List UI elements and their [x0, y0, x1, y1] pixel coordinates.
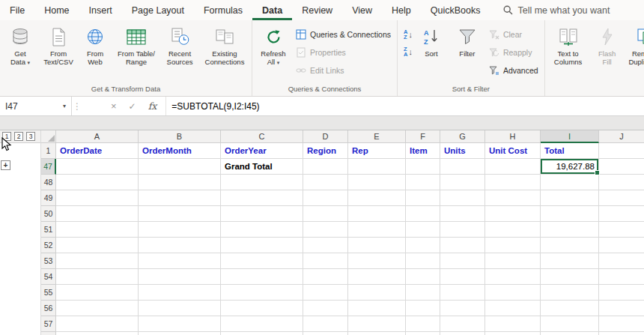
outline-level-3-button[interactable]: 3: [26, 132, 35, 141]
cell-A1[interactable]: OrderDate: [56, 143, 139, 159]
cell-A50[interactable]: [56, 206, 139, 222]
cell-H50[interactable]: [485, 206, 541, 222]
remove-duplicates-button[interactable]: Remove Duplicates: [625, 22, 644, 83]
cell-E53[interactable]: [348, 253, 406, 269]
cell-J47[interactable]: [599, 159, 644, 175]
cell-C57[interactable]: [221, 316, 303, 332]
row-header-57[interactable]: 57: [41, 316, 56, 332]
name-box-caret-icon[interactable]: ▾: [63, 103, 66, 109]
cell-D48[interactable]: [303, 175, 348, 190]
select-all-corner[interactable]: [41, 130, 56, 143]
cell-F54[interactable]: [406, 269, 440, 285]
cell-B48[interactable]: [139, 175, 221, 190]
cell-H1[interactable]: Unit Cost: [485, 143, 541, 159]
cell-G50[interactable]: [440, 206, 485, 222]
name-box[interactable]: I47 ▾: [0, 97, 72, 115]
cell-C50[interactable]: [221, 206, 303, 222]
cell-I48[interactable]: [541, 175, 599, 190]
insert-function-icon[interactable]: fx: [148, 100, 157, 112]
cell-H48[interactable]: [485, 175, 541, 190]
sort-descending-button[interactable]: ZA ↓: [404, 46, 413, 57]
cell-J52[interactable]: [599, 238, 644, 253]
cell-G58[interactable]: [440, 332, 485, 335]
cell-B1[interactable]: OrderMonth: [139, 143, 221, 159]
cell-A47[interactable]: [56, 159, 139, 175]
cell-B57[interactable]: [139, 316, 221, 332]
cell-E54[interactable]: [348, 269, 406, 285]
column-header-G[interactable]: G: [440, 130, 485, 143]
cell-I57[interactable]: [541, 316, 599, 332]
cell-J58[interactable]: [599, 332, 644, 335]
cell-D55[interactable]: [303, 285, 348, 301]
tab-insert[interactable]: Insert: [79, 0, 122, 20]
cell-D50[interactable]: [303, 206, 348, 222]
cell-G53[interactable]: [440, 253, 485, 269]
cell-B55[interactable]: [139, 285, 221, 301]
cell-F49[interactable]: [406, 190, 440, 206]
row-header-49[interactable]: 49: [41, 190, 56, 206]
get-data-button[interactable]: Get Data ▾: [1, 22, 39, 83]
cell-E50[interactable]: [348, 206, 406, 222]
cell-I49[interactable]: [541, 190, 599, 206]
cell-C49[interactable]: [221, 190, 303, 206]
row-header-52[interactable]: 52: [41, 238, 56, 253]
cell-E58[interactable]: [348, 332, 406, 335]
cell-D1[interactable]: Region: [303, 143, 348, 159]
cell-C53[interactable]: [221, 253, 303, 269]
cell-G49[interactable]: [440, 190, 485, 206]
cell-J55[interactable]: [599, 285, 644, 301]
cell-C54[interactable]: [221, 269, 303, 285]
cell-J53[interactable]: [599, 253, 644, 269]
clear-filter-button[interactable]: Clear: [489, 27, 538, 43]
cell-J56[interactable]: [599, 301, 644, 316]
column-header-D[interactable]: D: [303, 130, 348, 143]
existing-connections-button[interactable]: Existing Connections: [199, 22, 250, 83]
cell-G55[interactable]: [440, 285, 485, 301]
row-header-53[interactable]: 53: [41, 253, 56, 269]
cell-A52[interactable]: [56, 238, 139, 253]
cell-F50[interactable]: [406, 206, 440, 222]
refresh-all-button[interactable]: Refresh All ▾: [254, 22, 293, 83]
cell-H55[interactable]: [485, 285, 541, 301]
row-header-48[interactable]: 48: [41, 175, 56, 190]
cell-B51[interactable]: [139, 222, 221, 238]
cell-J1[interactable]: [599, 143, 644, 159]
cell-G1[interactable]: Units: [440, 143, 485, 159]
cell-J50[interactable]: [599, 206, 644, 222]
cell-I58[interactable]: [541, 332, 599, 335]
column-header-I[interactable]: I: [541, 130, 599, 143]
column-header-B[interactable]: B: [139, 130, 221, 143]
cell-C48[interactable]: [221, 175, 303, 190]
cell-J57[interactable]: [599, 316, 644, 332]
cell-G51[interactable]: [440, 222, 485, 238]
outline-level-2-button[interactable]: 2: [14, 132, 23, 141]
cell-H47[interactable]: [485, 159, 541, 175]
cell-I50[interactable]: [541, 206, 599, 222]
cell-J54[interactable]: [599, 269, 644, 285]
cell-F53[interactable]: [406, 253, 440, 269]
cell-H57[interactable]: [485, 316, 541, 332]
cell-J48[interactable]: [599, 175, 644, 190]
cell-E56[interactable]: [348, 301, 406, 316]
cell-C47[interactable]: Grand Total: [221, 159, 303, 175]
cell-H56[interactable]: [485, 301, 541, 316]
from-table-range-button[interactable]: From Table/ Range: [112, 22, 160, 83]
cell-D49[interactable]: [303, 190, 348, 206]
column-header-J[interactable]: J: [599, 130, 644, 143]
cell-D52[interactable]: [303, 238, 348, 253]
cell-F47[interactable]: [406, 159, 440, 175]
row-header-58[interactable]: 58: [41, 332, 56, 335]
cell-E51[interactable]: [348, 222, 406, 238]
cell-H58[interactable]: [485, 332, 541, 335]
cell-F48[interactable]: [406, 175, 440, 190]
cell-F58[interactable]: [406, 332, 440, 335]
cell-D54[interactable]: [303, 269, 348, 285]
cell-E48[interactable]: [348, 175, 406, 190]
cell-J51[interactable]: [599, 222, 644, 238]
cell-H54[interactable]: [485, 269, 541, 285]
cell-D47[interactable]: [303, 159, 348, 175]
cell-F1[interactable]: Item: [406, 143, 440, 159]
cell-B47[interactable]: [139, 159, 221, 175]
cell-I53[interactable]: [541, 253, 599, 269]
cell-C58[interactable]: [221, 332, 303, 335]
